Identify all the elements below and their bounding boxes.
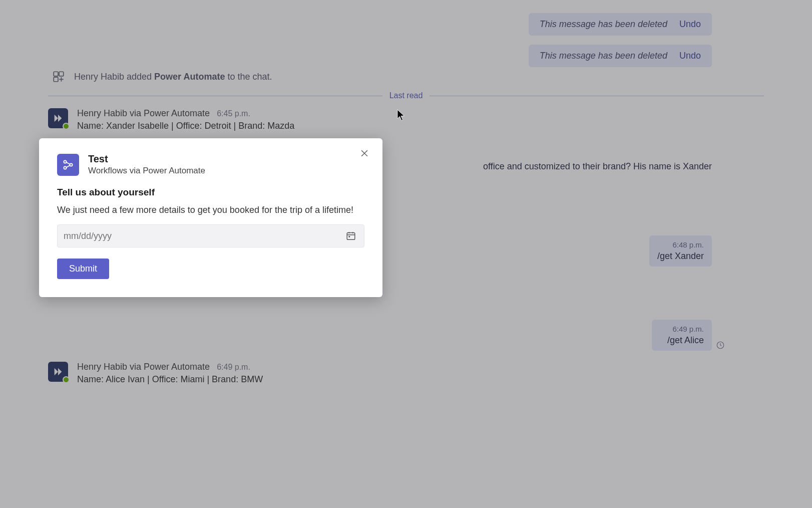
svg-point-5: [64, 166, 66, 169]
svg-point-4: [64, 160, 66, 163]
modal-titles: Test Workflows via Power Automate: [88, 153, 205, 176]
svg-point-6: [70, 163, 72, 166]
calendar-icon[interactable]: [344, 229, 358, 243]
workflows-icon: [57, 154, 79, 176]
date-input[interactable]: [64, 231, 344, 241]
submit-button[interactable]: Submit: [57, 259, 109, 279]
close-button[interactable]: [357, 146, 371, 160]
svg-rect-7: [347, 233, 355, 240]
card-description: We just need a few more details to get y…: [57, 205, 364, 215]
modal-title: Test: [88, 153, 205, 165]
date-input-wrapper[interactable]: [57, 224, 364, 247]
adaptive-card-modal: Test Workflows via Power Automate Tell u…: [39, 138, 382, 297]
card-heading: Tell us about yourself: [57, 187, 364, 198]
modal-header: Test Workflows via Power Automate: [57, 153, 364, 176]
modal-subtitle: Workflows via Power Automate: [88, 166, 205, 176]
svg-rect-8: [348, 236, 350, 237]
